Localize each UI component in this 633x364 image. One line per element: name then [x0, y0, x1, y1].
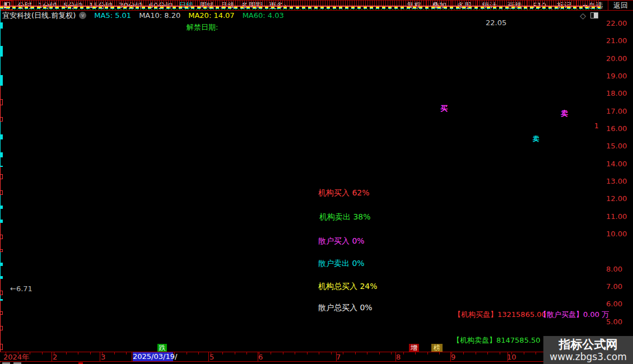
x-month-separator: [100, 352, 100, 361]
candle-wick: [0, 295, 1, 299]
ma60-level-line: [0, 9, 601, 10]
candle-wick: [0, 86, 1, 99]
y-tick-label: 22.00: [606, 20, 627, 27]
x-axis-label: 10: [507, 353, 516, 361]
candle-wick: [0, 57, 1, 75]
stat-retail-sell: 散户卖出 0%: [318, 259, 365, 267]
x-month-separator: [52, 352, 52, 361]
x-minor-tick: [343, 352, 343, 354]
x-minor-tick: [487, 352, 488, 354]
x-minor-tick: [536, 352, 536, 354]
candle-wick: [0, 301, 1, 311]
x-minor-tick: [319, 352, 319, 354]
x-month-separator: [132, 352, 132, 361]
x-minor-tick: [391, 352, 392, 354]
candle-wick: [0, 29, 1, 46]
x-axis-label: 3: [101, 353, 105, 361]
unlock-date-label: 解禁日期:: [187, 24, 218, 31]
candle-wick: [0, 195, 1, 206]
candle-wick: [0, 105, 1, 117]
x-minor-tick: [114, 352, 115, 354]
selected-date-box: 2025/03/19/三: [133, 352, 173, 361]
x-minor-tick: [126, 352, 127, 354]
candle-wick: [0, 157, 1, 166]
sell-signal-marker: 卖: [561, 110, 568, 117]
candle-up: [0, 326, 3, 330]
candle-up: [0, 174, 3, 179]
candle-wick: [0, 279, 1, 291]
y-tick-label: 17.00: [606, 108, 627, 115]
x-minor-tick: [295, 352, 295, 354]
x-month-separator: [208, 352, 209, 361]
x-minor-tick: [427, 352, 428, 354]
x-minor-tick: [331, 352, 332, 354]
x-minor-tick: [66, 352, 67, 354]
candle-down: [0, 152, 3, 157]
retail-buy-amount: 【散户买盘】0.00 万: [539, 311, 609, 318]
x-axis-label: 7: [336, 353, 341, 361]
y-tick-label: 15.00: [606, 142, 627, 150]
candle-up: [0, 344, 3, 350]
x-axis-label: 8: [396, 353, 401, 361]
stat-inst-sell: 机构卖出 38%: [319, 213, 371, 221]
candle-wick: [0, 252, 1, 263]
y-tick-label: 10.00: [606, 230, 627, 237]
x-minor-tick: [439, 352, 440, 354]
x-axis-label: 5: [210, 353, 214, 361]
x-minor-tick: [415, 352, 416, 354]
y-tick-label: 11.00: [606, 213, 627, 220]
chart-plot[interactable]: 解禁日期:22.05←6.71机构买入 62%机构卖出 38%散户买入 0%散户…: [0, 0, 633, 364]
candle-wick: [0, 239, 1, 249]
sell-signal-marker-cyan: 卖: [533, 136, 539, 142]
y-tick-label: 20.00: [606, 55, 627, 62]
x-minor-tick: [500, 352, 500, 354]
x-minor-tick: [246, 352, 247, 354]
candle-up: [0, 190, 3, 195]
y-tick-label: 7.00: [606, 283, 622, 290]
trading-app-window: 分时1分钟5分钟15分钟30分钟60分钟日线周线月线多周期更多› 复权叠加多股统…: [0, 0, 633, 364]
x-minor-tick: [187, 352, 187, 354]
x-minor-tick: [271, 352, 271, 354]
candle-up: [0, 291, 3, 295]
x-minor-tick: [524, 352, 524, 354]
candle-down: [0, 22, 3, 29]
stat-inst-total-buy: 机构总买入 24%: [318, 282, 378, 290]
y-tick-label: 5.00: [606, 318, 622, 325]
x-minor-tick: [307, 352, 308, 354]
x-minor-tick: [42, 352, 43, 354]
x-minor-tick: [355, 352, 356, 354]
x-axis-strip: 2024年2356789102025/03/19/三: [0, 352, 633, 362]
candle-wick: [0, 315, 1, 326]
y-tick-label: 16.00: [606, 125, 627, 132]
x-minor-tick: [367, 352, 367, 354]
y-tick-label: 13.00: [606, 178, 627, 185]
x-axis-label: 2: [53, 353, 57, 361]
x-minor-tick: [463, 352, 464, 354]
y-tick-label: 21.00: [606, 37, 627, 44]
stat-retail-buy: 散户买入 0%: [318, 237, 365, 245]
inst-buy-amount: 【机构买盘】13215865.00: [454, 311, 546, 318]
candle-wick: [0, 179, 1, 190]
x-axis-label: 6: [258, 353, 263, 361]
x-axis-label: 9: [451, 353, 455, 361]
candle-up: [0, 117, 3, 122]
candle-wick: [0, 10, 1, 22]
watermark-site-url: www.zbgs3.com: [550, 351, 626, 362]
x-minor-tick: [283, 352, 283, 354]
candle-wick: [0, 330, 1, 344]
y-tick-label: 14.00: [606, 160, 627, 167]
candle-down: [0, 134, 3, 139]
watermark-site-name: 指标公式网: [559, 338, 618, 351]
peak-price-label: 22.05: [486, 19, 506, 26]
x-minor-tick: [222, 352, 223, 354]
low-price-label: ←6.71: [10, 285, 32, 292]
y-tick-label: 18.00: [606, 90, 627, 97]
x-minor-tick: [403, 352, 404, 354]
y-tick-label: 12.00: [606, 195, 627, 202]
y-tick-label: 6.00: [606, 300, 622, 307]
inst-sell-amount: 【机构卖盘】8147585.50 【散: [453, 337, 557, 344]
x-axis-label: 2024年: [3, 353, 29, 361]
stat-inst-buy: 机构买入 62%: [318, 189, 370, 197]
candle-down: [0, 46, 3, 57]
x-minor-tick: [476, 352, 476, 354]
